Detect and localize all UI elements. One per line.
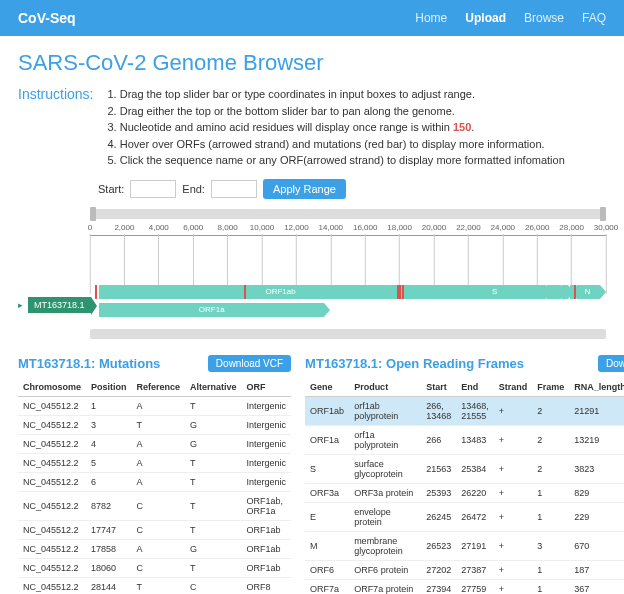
table-cell: 1 (532, 560, 569, 579)
table-cell: A (132, 472, 186, 491)
apply-range-button[interactable]: Apply Range (263, 179, 346, 199)
table-cell: 26472 (456, 502, 494, 531)
table-row[interactable]: NC_045512.218060CTORF1ab (18, 558, 291, 577)
table-cell: + (494, 531, 533, 560)
download-vcf-button[interactable]: Download VCF (208, 355, 291, 372)
table-row[interactable]: NC_045512.26ATIntergenic (18, 472, 291, 491)
nav-link-home[interactable]: Home (415, 11, 447, 25)
download-orf-button[interactable]: Download ORF (598, 355, 624, 372)
col-header: Gene (305, 378, 349, 397)
orf-bar[interactable]: N (577, 285, 598, 299)
table-cell: 18060 (86, 558, 132, 577)
end-label: End: (182, 183, 205, 195)
table-cell: T (185, 491, 242, 520)
col-header: Alternative (185, 378, 242, 397)
table-row[interactable]: NC_045512.228144TCORF8 (18, 577, 291, 594)
nav-link-browse[interactable]: Browse (524, 11, 564, 25)
mutation-bar[interactable] (574, 285, 576, 299)
table-cell: T (132, 415, 186, 434)
mutation-bar[interactable] (402, 285, 404, 299)
table-cell: ORF8 (242, 577, 292, 594)
expand-icon[interactable]: ▸ (18, 300, 24, 310)
table-cell: ORF3a protein (349, 483, 421, 502)
bottom-slider[interactable] (90, 329, 606, 339)
table-cell: 13219 (569, 425, 624, 454)
table-cell: NC_045512.2 (18, 539, 86, 558)
ruler-tick: 14,000 (319, 223, 343, 294)
table-cell: T (185, 558, 242, 577)
table-row[interactable]: ORF1aorf1a polyprotein26613483+213219No (305, 425, 624, 454)
table-cell: T (185, 396, 242, 415)
end-input[interactable] (211, 180, 257, 198)
orf-bar[interactable]: ORF1a (99, 303, 324, 317)
ruler-tick: 2,000 (114, 223, 134, 294)
table-row[interactable]: NC_045512.21ATIntergenic (18, 396, 291, 415)
sequence-label[interactable]: MT163718.1 (28, 297, 91, 313)
table-cell: Intergenic (242, 453, 292, 472)
ruler-tick: 30,000 (594, 223, 618, 294)
orf-bar[interactable]: ORF1ab (99, 285, 462, 299)
nav-link-faq[interactable]: FAQ (582, 11, 606, 25)
orf-bar[interactable] (542, 285, 546, 299)
table-cell: NC_045512.2 (18, 396, 86, 415)
orf-bar[interactable] (562, 285, 568, 299)
table-row[interactable]: NC_045512.217858AGORF1ab (18, 539, 291, 558)
table-cell: T (185, 520, 242, 539)
table-row[interactable]: Eenvelope protein2624526472+1229No (305, 502, 624, 531)
table-cell: NC_045512.2 (18, 558, 86, 577)
table-cell: ORF3a (305, 483, 349, 502)
instruction-line: 3. Nucleotide and amino acid residues wi… (107, 119, 564, 136)
table-cell: 3 (532, 531, 569, 560)
table-row[interactable]: ORF1aborf1ab polyprotein266, 1346813468,… (305, 396, 624, 425)
start-label: Start: (98, 183, 124, 195)
mutations-panel: MT163718.1: Mutations Download VCF Chrom… (18, 355, 291, 595)
table-row[interactable]: NC_045512.24AGIntergenic (18, 434, 291, 453)
table-cell: 829 (569, 483, 624, 502)
col-header: Frame (532, 378, 569, 397)
table-cell: 266 (421, 425, 456, 454)
mutation-bar[interactable] (95, 285, 97, 299)
table-cell: 1 (532, 483, 569, 502)
brand[interactable]: CoV-Seq (18, 10, 76, 26)
table-cell: 26220 (456, 483, 494, 502)
table-row[interactable]: NC_045512.28782CTORF1ab, ORF1a (18, 491, 291, 520)
mutations-table: ChromosomePositionReferenceAlternativeOR… (18, 378, 291, 595)
start-input[interactable] (130, 180, 176, 198)
orf-bar[interactable] (598, 285, 600, 299)
table-row[interactable]: ORF3aORF3a protein2539326220+1829No (305, 483, 624, 502)
ruler-tick: 18,000 (387, 223, 411, 294)
mutation-bar[interactable] (244, 285, 246, 299)
orf-bar[interactable] (547, 285, 558, 299)
table-row[interactable]: NC_045512.25ATIntergenic (18, 453, 291, 472)
table-cell: 27387 (456, 560, 494, 579)
ruler-tick: 4,000 (149, 223, 169, 294)
table-cell: 25393 (421, 483, 456, 502)
table-cell: 17747 (86, 520, 132, 539)
ruler-tick: 0 (88, 223, 92, 294)
table-cell: 2 (532, 425, 569, 454)
table-cell: ORF1ab, ORF1a (242, 491, 292, 520)
table-cell: orf1ab polyprotein (349, 396, 421, 425)
table-cell: A (132, 453, 186, 472)
orf-bar[interactable]: S (462, 285, 527, 299)
mutation-bar[interactable] (399, 285, 401, 299)
table-cell: envelope protein (349, 502, 421, 531)
top-nav: CoV-Seq HomeUploadBrowseFAQ (0, 0, 624, 36)
table-row[interactable]: Mmembrane glycoprotein2652327191+3670No (305, 531, 624, 560)
table-cell: ORF6 (305, 560, 349, 579)
orf-bar[interactable] (527, 285, 541, 299)
nav-link-upload[interactable]: Upload (465, 11, 506, 25)
table-row[interactable]: ORF7aORF7a protein2739427759+1367No (305, 579, 624, 594)
table-row[interactable]: Ssurface glycoprotein2156325384+23823No (305, 454, 624, 483)
ruler-tick: 16,000 (353, 223, 377, 294)
table-cell: 3823 (569, 454, 624, 483)
top-slider[interactable] (90, 209, 606, 219)
table-cell: G (185, 434, 242, 453)
table-row[interactable]: ORF6ORF6 protein2720227387+1187No (305, 560, 624, 579)
table-row[interactable]: NC_045512.23TGIntergenic (18, 415, 291, 434)
table-cell: M (305, 531, 349, 560)
genome-tracks: ORF1abORF1aSN (95, 285, 606, 325)
table-cell: + (494, 502, 533, 531)
table-row[interactable]: NC_045512.217747CTORF1ab (18, 520, 291, 539)
table-cell: 3 (86, 415, 132, 434)
